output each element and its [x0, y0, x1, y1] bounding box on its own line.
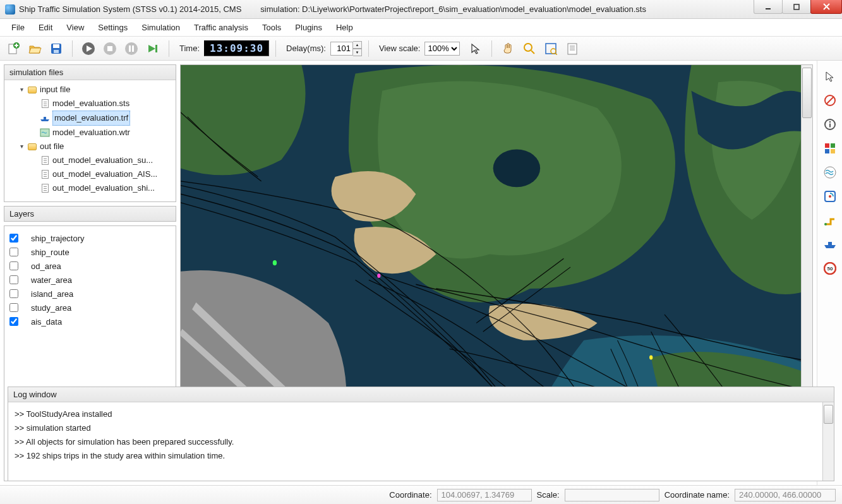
svg-rect-43 [825, 149, 829, 153]
play-button[interactable] [79, 39, 98, 58]
layer-checkbox[interactable] [9, 275, 18, 284]
new-file-button[interactable] [4, 39, 23, 58]
menu-tools[interactable]: Tools [256, 20, 287, 35]
tree-node[interactable]: out_model_evaluation_shi... [8, 181, 172, 195]
route-icon[interactable] [822, 212, 838, 229]
color-grid-icon[interactable] [822, 140, 838, 157]
layer-row[interactable]: ship_trajectory [9, 231, 171, 245]
layer-label: water_area [31, 275, 72, 285]
menu-simulation[interactable]: Simulation [135, 20, 186, 35]
tree-node[interactable]: out_model_evaluation_su... [8, 153, 172, 167]
zoom-extent-button[interactable] [541, 39, 560, 58]
svg-point-33 [273, 260, 277, 265]
pan-tool-button[interactable] [498, 39, 517, 58]
menu-edit[interactable]: Edit [32, 20, 59, 35]
menu-settings[interactable]: Settings [92, 20, 134, 35]
svg-point-47 [829, 195, 831, 198]
pause-button[interactable] [122, 39, 141, 58]
delay-input[interactable] [330, 42, 353, 56]
close-button[interactable] [810, 0, 842, 14]
tree-node[interactable]: ▾out file [8, 140, 172, 153]
svg-point-15 [125, 42, 138, 55]
stop-button[interactable] [100, 39, 119, 58]
layer-row[interactable]: island_area [9, 287, 171, 301]
svg-rect-41 [825, 143, 829, 148]
tree-node[interactable]: out_model_evaluation_AIS... [8, 167, 172, 181]
simulation-files-header: simulation files [4, 65, 176, 80]
svg-line-24 [555, 53, 557, 55]
tree-node[interactable]: ▾input file [8, 83, 172, 97]
scale-status-label: Scale: [537, 490, 560, 500]
menubar: File Edit View Settings Simulation Traff… [0, 19, 842, 37]
layer-checkbox[interactable] [9, 261, 18, 270]
minimize-button[interactable] [754, 0, 783, 14]
svg-rect-44 [831, 149, 835, 153]
delay-up[interactable]: ▲ [353, 41, 362, 49]
log-line: >> 192 ships trips in the study area wit… [15, 449, 827, 463]
window-buttons [754, 0, 842, 14]
layer-row[interactable]: ship_route [9, 245, 171, 259]
log-body[interactable]: >> ToolStudyArea installed>> simulation … [8, 402, 834, 481]
svg-point-23 [551, 49, 556, 54]
layer-row[interactable]: water_area [9, 273, 171, 287]
vscroll-thumb[interactable] [802, 68, 812, 118]
simulation-files-panel: simulation files ▾input filemodel_evalua… [4, 64, 176, 202]
layer-checkbox[interactable] [9, 234, 18, 243]
tree-node[interactable]: model_evaluation.trf [8, 111, 172, 126]
speed-limit-icon[interactable]: 50 [822, 260, 838, 277]
svg-rect-1 [794, 4, 799, 9]
folder-icon [27, 141, 37, 152]
tree-node[interactable]: model_evaluation.wtr [8, 126, 172, 140]
svg-rect-9 [53, 44, 59, 48]
layers-list[interactable]: ship_trajectoryship_routeod_areawater_ar… [4, 226, 176, 333]
pointer-tool-button[interactable] [466, 39, 485, 58]
scale-status-value [565, 489, 659, 501]
tree-node[interactable]: model_evaluation.sts [8, 97, 172, 111]
layer-checkbox[interactable] [9, 289, 18, 298]
delay-spinner[interactable]: ▲▼ [330, 41, 362, 56]
menu-traffic-analysis[interactable]: Traffic analysis [188, 20, 255, 35]
time-label: Time: [179, 44, 200, 53]
svg-rect-19 [155, 45, 157, 52]
menu-view[interactable]: View [60, 20, 90, 35]
menu-help[interactable]: Help [330, 20, 359, 35]
zoom-tool-button[interactable] [520, 39, 539, 58]
menu-plugins[interactable]: Plugins [289, 20, 328, 35]
log-vscroll-thumb[interactable] [824, 405, 833, 424]
coordinate-name-value [735, 489, 836, 501]
svg-point-35 [649, 356, 653, 360]
log-line: >> simulation started [15, 421, 827, 435]
open-file-button[interactable] [25, 39, 44, 58]
simulation-files-tree[interactable]: ▾input filemodel_evaluation.stsmodel_eva… [4, 80, 176, 198]
layer-row[interactable]: od_area [9, 259, 171, 273]
select-tool-icon[interactable] [822, 68, 838, 85]
svg-line-37 [826, 97, 834, 104]
maximize-button[interactable] [782, 0, 811, 14]
info-icon[interactable] [822, 116, 838, 133]
step-forward-button[interactable] [143, 39, 162, 58]
layer-checkbox[interactable] [9, 303, 18, 312]
layer-label: ship_route [31, 248, 69, 257]
menu-file[interactable]: File [5, 20, 31, 35]
waves-icon[interactable] [822, 164, 838, 181]
folder-icon [27, 85, 37, 95]
file-icon [40, 99, 50, 109]
svg-point-32 [493, 149, 540, 187]
delay-down[interactable]: ▼ [353, 49, 362, 56]
titlebar: Ship Traffic Simulation System (STSS v0.… [0, 0, 842, 19]
save-button[interactable] [47, 39, 66, 58]
layer-checkbox[interactable] [9, 317, 18, 326]
svg-rect-49 [828, 242, 832, 245]
layer-label: ship_trajectory [31, 234, 85, 243]
svg-rect-16 [129, 45, 131, 52]
document-button[interactable] [563, 39, 582, 58]
view-scale-select[interactable]: 100% [424, 42, 460, 56]
layer-checkbox[interactable] [9, 248, 18, 256]
forbidden-icon[interactable] [822, 92, 838, 109]
delay-label: Delay(ms): [286, 44, 326, 53]
layer-row[interactable]: study_area [9, 301, 171, 315]
layer-row[interactable]: ais_data [9, 315, 171, 328]
target-icon[interactable] [822, 188, 838, 205]
log-vertical-scrollbar[interactable] [822, 402, 834, 481]
ship-icon[interactable] [822, 236, 838, 253]
